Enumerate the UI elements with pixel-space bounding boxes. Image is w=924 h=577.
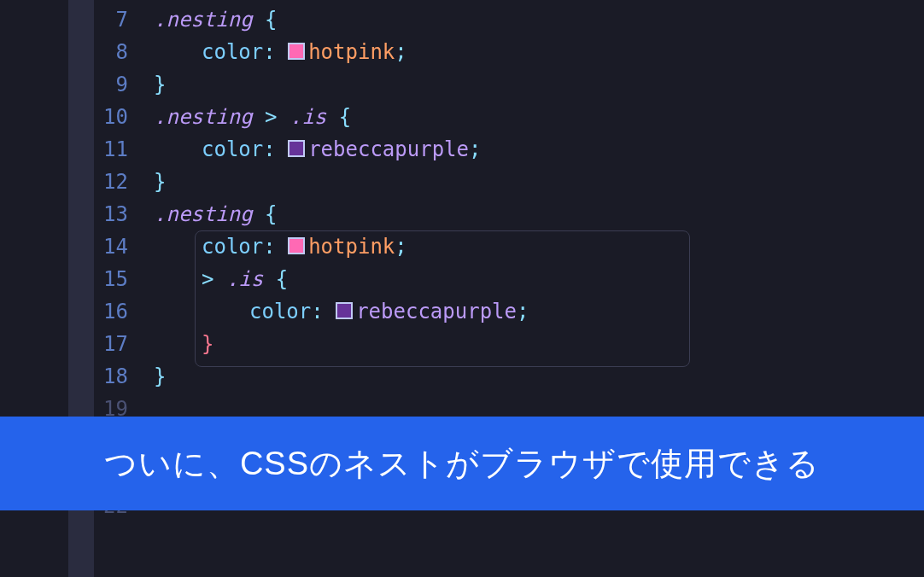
line-number[interactable]: 12 xyxy=(0,166,154,198)
semicolon: ; xyxy=(395,40,406,64)
code-line-16[interactable]: color: rebeccapurple; xyxy=(154,295,924,328)
close-brace: } xyxy=(154,170,166,194)
code-line-13[interactable]: .nesting { xyxy=(154,198,924,230)
semicolon: ; xyxy=(517,300,529,323)
semicolon: ; xyxy=(469,137,481,161)
css-property: color xyxy=(202,235,263,259)
close-brace: } xyxy=(154,73,166,96)
open-brace: { xyxy=(253,202,278,226)
line-number[interactable]: 18 xyxy=(0,360,154,393)
line-number[interactable]: 17 xyxy=(0,328,154,360)
color-swatch-icon[interactable] xyxy=(288,140,305,157)
css-property: color xyxy=(249,300,311,323)
css-value: hotpink xyxy=(308,235,395,259)
color-swatch-icon[interactable] xyxy=(288,43,305,60)
color-swatch-icon[interactable] xyxy=(288,237,305,254)
line-number[interactable]: 7 xyxy=(0,3,154,36)
code-line-18[interactable]: } xyxy=(154,360,924,393)
banner-text: ついに、CSSのネストがブラウザで使用できる xyxy=(104,442,820,486)
css-property: color xyxy=(202,40,263,64)
code-line-9[interactable]: } xyxy=(154,68,924,101)
colon: : xyxy=(263,235,288,259)
code-line-12[interactable]: } xyxy=(154,166,924,198)
semicolon: ; xyxy=(395,235,406,259)
code-line-17[interactable]: } xyxy=(154,328,924,360)
line-number[interactable]: 10 xyxy=(0,101,154,133)
open-brace: { xyxy=(263,267,288,291)
line-number[interactable]: 9 xyxy=(0,68,154,101)
code-line-14[interactable]: color: hotpink; xyxy=(154,230,924,263)
open-brace: { xyxy=(253,8,278,32)
open-brace: { xyxy=(326,105,351,129)
color-swatch-icon[interactable] xyxy=(336,302,353,319)
line-number[interactable]: 11 xyxy=(0,133,154,166)
close-brace: } xyxy=(202,332,213,356)
css-value: rebeccapurple xyxy=(308,137,469,161)
css-combinator: > xyxy=(253,105,289,129)
code-line-8[interactable]: color: hotpink; xyxy=(154,36,924,68)
line-number[interactable]: 14 xyxy=(0,230,154,263)
close-brace: } xyxy=(154,364,166,388)
line-number[interactable]: 13 xyxy=(0,198,154,230)
css-value: hotpink xyxy=(308,40,395,64)
css-property: color xyxy=(202,137,263,161)
line-number[interactable]: 8 xyxy=(0,36,154,68)
css-selector: .nesting xyxy=(154,202,253,226)
css-combinator: > xyxy=(202,267,226,291)
colon: : xyxy=(263,40,288,64)
css-selector: .nesting xyxy=(154,8,253,32)
css-selector: .is xyxy=(289,105,326,129)
css-selector: .is xyxy=(226,267,263,291)
code-line-10[interactable]: .nesting > .is { xyxy=(154,101,924,133)
css-value: rebeccapurple xyxy=(356,300,517,323)
colon: : xyxy=(263,137,288,161)
css-selector: .nesting xyxy=(154,105,253,129)
code-line-11[interactable]: color: rebeccapurple; xyxy=(154,133,924,166)
code-line-15[interactable]: > .is { xyxy=(154,263,924,295)
code-line-7[interactable]: .nesting { xyxy=(154,3,924,36)
colon: : xyxy=(311,300,336,323)
headline-banner: ついに、CSSのネストがブラウザで使用できる xyxy=(0,417,924,510)
line-number[interactable]: 16 xyxy=(0,295,154,328)
line-number[interactable]: 15 xyxy=(0,263,154,295)
